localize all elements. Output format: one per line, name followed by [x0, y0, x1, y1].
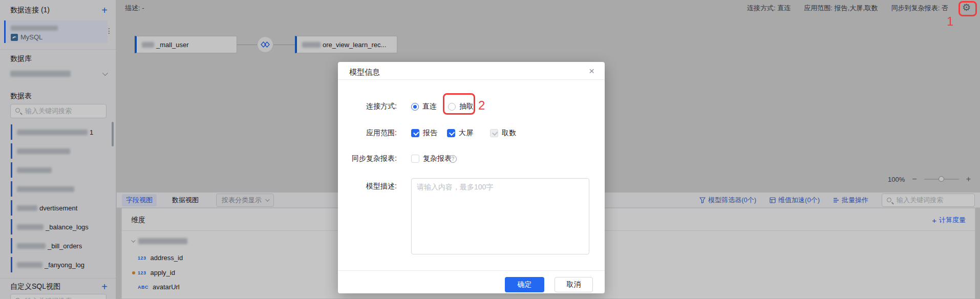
checkbox-report[interactable]: 报告: [411, 129, 437, 138]
checkbox-complex-report[interactable]: 复杂报表: [411, 154, 452, 163]
checkbox-fetch-data: 取数: [490, 129, 516, 138]
complex-report-label: 复杂报表: [423, 154, 452, 163]
connect-mode-label: 连接方式:: [338, 102, 397, 111]
cancel-button[interactable]: 取消: [555, 277, 593, 292]
close-icon[interactable]: ×: [589, 66, 594, 76]
sync-report-row: 同步复杂报表: 复杂报表 ?: [338, 152, 605, 165]
app-root: 数据连接 (1) + MySQL ⋮ 数据库 数据表 输入关键词搜索 1: [0, 0, 980, 299]
model-desc-label: 模型描述:: [338, 182, 397, 191]
checkbox-checked-icon[interactable]: [447, 129, 455, 137]
checkbox-fetch-label: 取数: [502, 129, 516, 138]
radio-direct-connect[interactable]: 直连: [411, 102, 437, 111]
dialog-footer: 确定 取消: [338, 270, 605, 293]
checkbox-unchecked-icon[interactable]: [411, 155, 419, 163]
annotation-number-2: 2: [478, 98, 485, 113]
annotation-box-2: [443, 93, 475, 115]
checkbox-checked-icon[interactable]: [411, 129, 419, 137]
checkbox-disabled-icon: [490, 129, 498, 137]
checkbox-dashboard[interactable]: 大屏: [447, 129, 473, 138]
sync-report-label: 同步复杂报表:: [338, 154, 397, 163]
checkbox-dashboard-label: 大屏: [459, 129, 473, 138]
radio-selected-icon[interactable]: [411, 103, 419, 111]
apply-scope-label: 应用范围:: [338, 129, 397, 138]
apply-scope-row: 应用范围: 报告 大屏 取数: [338, 126, 605, 140]
dialog-header: 模型信息 ×: [338, 62, 605, 80]
radio-direct-label: 直连: [422, 102, 437, 111]
annotation-number-1: 1: [947, 14, 953, 29]
dialog-title: 模型信息: [349, 68, 380, 77]
annotation-box-1: [958, 1, 977, 16]
help-icon[interactable]: ?: [449, 155, 457, 163]
model-desc-textarea[interactable]: [411, 178, 589, 254]
confirm-button[interactable]: 确定: [505, 277, 544, 292]
checkbox-report-label: 报告: [423, 129, 437, 138]
